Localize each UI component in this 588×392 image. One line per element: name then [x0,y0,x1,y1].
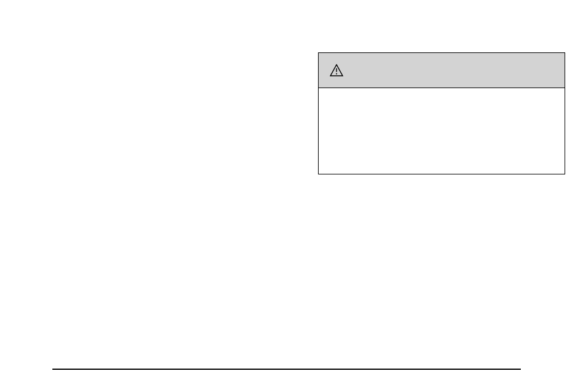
page-footer-rule [52,369,521,370]
svg-point-1 [336,73,337,75]
callout-body [319,88,565,103]
warning-triangle-icon [330,64,343,76]
callout-box [318,52,565,174]
callout-header [319,53,565,88]
